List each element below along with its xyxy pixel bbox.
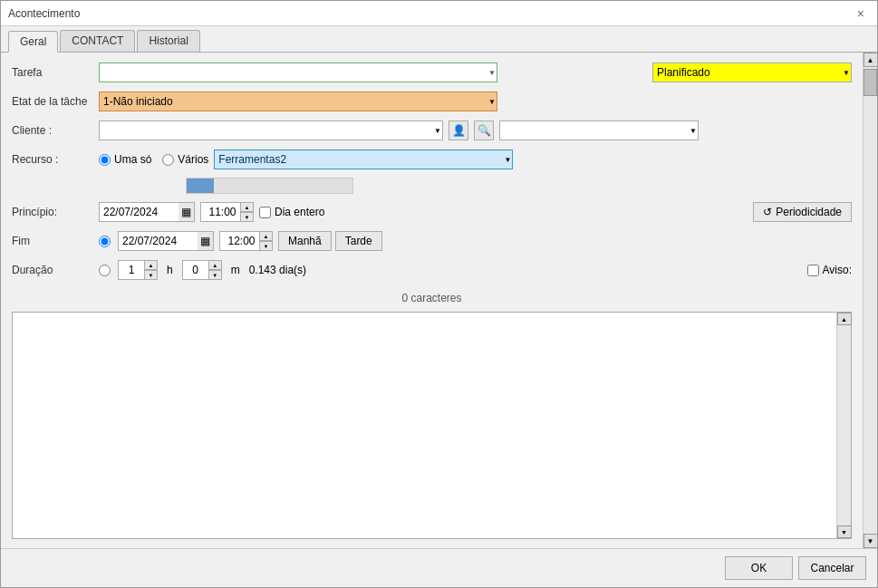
principio-label: Princípio: xyxy=(12,206,93,218)
principio-time-down[interactable]: ▼ xyxy=(241,212,254,222)
duracao-m-label: m xyxy=(231,264,240,276)
planificado-wrapper: Planificado ▼ xyxy=(652,63,852,82)
textarea-scrollbar: ▲ ▼ xyxy=(836,313,851,538)
duracao-m-up[interactable]: ▲ xyxy=(209,260,222,270)
recurso-uma-so-label[interactable]: Uma só xyxy=(99,153,151,166)
main-panel: Tarefa ▼ Planificado ▼ xyxy=(1,53,863,548)
tarefa-row: Tarefa ▼ Planificado ▼ xyxy=(12,62,852,83)
principio-time-input[interactable] xyxy=(200,202,241,222)
recurso-progress-bar xyxy=(186,178,353,194)
fim-calendar-button[interactable]: ▦ xyxy=(198,231,214,251)
periodicidade-section: ↺ Periodicidade xyxy=(753,202,852,222)
principio-date-wrapper: ▦ xyxy=(99,202,195,222)
manha-tarde-section: Manhã Tarde xyxy=(278,231,382,251)
duracao-m-spinners: ▲ ▼ xyxy=(209,260,222,280)
tab-geral[interactable]: Geral xyxy=(8,31,58,53)
duracao-m-spinner: ▲ ▼ xyxy=(182,260,222,280)
fim-row: Fim ▦ ▲ ▼ Manhã Tarde xyxy=(12,230,852,252)
cliente-row: Cliente : ▼ 👤 🔍 ▼ xyxy=(12,120,852,141)
text-area-container: ▲ ▼ xyxy=(12,312,852,539)
tarefa-select[interactable] xyxy=(99,63,497,82)
search-button[interactable]: 🔍 xyxy=(474,120,494,140)
duracao-radio[interactable] xyxy=(99,265,111,276)
fim-radio[interactable] xyxy=(99,236,111,247)
duracao-m-input[interactable] xyxy=(182,260,209,280)
search-icon: 🔍 xyxy=(478,124,491,137)
periodicidade-text: Periodicidade xyxy=(776,206,842,218)
fim-time-up[interactable]: ▲ xyxy=(260,231,273,241)
recurso-select[interactable]: Ferramentas2 xyxy=(214,149,513,169)
planificado-section: Planificado ▼ xyxy=(652,63,852,82)
fim-calendar-icon: ▦ xyxy=(200,235,210,247)
footer: OK Cancelar xyxy=(1,548,877,587)
dia-entero-label[interactable]: Dia entero xyxy=(259,206,324,218)
recurso-varios-label[interactable]: Vários xyxy=(162,153,208,166)
cliente-right-select[interactable] xyxy=(499,120,699,140)
duracao-label: Duração xyxy=(12,264,93,276)
person-button[interactable]: 👤 xyxy=(449,120,468,140)
tarde-button[interactable]: Tarde xyxy=(335,231,382,251)
periodicidade-button[interactable]: ↺ Periodicidade xyxy=(753,202,852,222)
scroll-thumb xyxy=(864,69,877,96)
planificado-select[interactable]: Planificado xyxy=(652,63,852,82)
duracao-m-down[interactable]: ▼ xyxy=(209,270,222,280)
textarea-scroll-track xyxy=(837,325,851,525)
fim-time-down[interactable]: ▼ xyxy=(260,241,273,251)
aviso-section: Aviso: xyxy=(807,264,852,276)
duracao-h-spinner: ▲ ▼ xyxy=(118,260,158,280)
textarea-scroll-down[interactable]: ▼ xyxy=(837,525,852,538)
recurso-progress-container xyxy=(99,178,852,194)
principio-row: Princípio: ▦ ▲ ▼ Dia entero xyxy=(12,201,852,223)
char-counter: 0 caracteres xyxy=(12,292,852,304)
tarefa-dropdown-wrapper: ▼ xyxy=(99,63,497,82)
recurso-varios-radio[interactable] xyxy=(162,154,174,166)
cliente-select[interactable] xyxy=(99,120,443,140)
recurso-label: Recurso : xyxy=(12,153,93,166)
aviso-checkbox[interactable] xyxy=(807,265,819,276)
recurso-varios-text: Vários xyxy=(178,153,208,166)
etat-label: Etat de la tâche xyxy=(12,95,93,108)
aviso-label: Aviso: xyxy=(823,264,852,276)
notes-textarea[interactable] xyxy=(13,313,836,538)
etat-select[interactable]: 1-Não iniciado xyxy=(99,92,497,111)
duracao-row: Duração ▲ ▼ h ▲ ▼ m xyxy=(12,259,852,281)
cliente-label: Cliente : xyxy=(12,124,93,137)
textarea-scroll-up[interactable]: ▲ xyxy=(837,313,852,325)
tab-contact[interactable]: CONTACT xyxy=(60,30,135,52)
recurso-uma-so-text: Uma só xyxy=(114,153,151,166)
calendar-icon: ▦ xyxy=(181,206,191,218)
principio-time-spinners: ▲ ▼ xyxy=(241,202,254,222)
dia-entero-text: Dia entero xyxy=(275,206,324,218)
title-bar: Acontecimento × xyxy=(1,1,877,26)
dia-entero-checkbox[interactable] xyxy=(259,207,271,218)
ok-button[interactable]: OK xyxy=(725,556,793,580)
etat-wrapper: 1-Não iniciado ▼ xyxy=(99,92,497,111)
fim-time-spinner: ▲ ▼ xyxy=(219,231,273,251)
scroll-up-button[interactable]: ▲ xyxy=(864,53,878,67)
recurso-uma-so-radio[interactable] xyxy=(99,154,111,166)
scroll-down-button[interactable]: ▼ xyxy=(864,534,878,548)
fim-date-input[interactable] xyxy=(118,231,198,251)
content-area: Tarefa ▼ Planificado ▼ xyxy=(1,53,877,548)
tab-historial[interactable]: Historial xyxy=(137,30,199,52)
person-icon: 👤 xyxy=(452,124,466,137)
recurso-radio-group: Uma só Vários xyxy=(99,153,208,166)
fim-label: Fim xyxy=(12,235,93,247)
principio-time-up[interactable]: ▲ xyxy=(241,202,254,212)
fim-date-wrapper: ▦ xyxy=(118,231,214,251)
etat-row: Etat de la tâche 1-Não iniciado ▼ xyxy=(12,91,852,112)
manha-button[interactable]: Manhã xyxy=(278,231,332,251)
cliente-right-wrapper: ▼ xyxy=(499,120,699,140)
duracao-h-spinners: ▲ ▼ xyxy=(145,260,158,280)
cancelar-button[interactable]: Cancelar xyxy=(798,556,866,580)
fim-time-input[interactable] xyxy=(219,231,260,251)
duracao-h-input[interactable] xyxy=(118,260,145,280)
scroll-track xyxy=(864,67,877,534)
main-scrollbar: ▲ ▼ xyxy=(863,53,877,548)
refresh-icon: ↺ xyxy=(763,206,772,218)
duracao-h-down[interactable]: ▼ xyxy=(145,270,158,280)
principio-date-input[interactable] xyxy=(99,202,178,222)
close-button[interactable]: × xyxy=(852,5,870,23)
duracao-h-up[interactable]: ▲ xyxy=(145,260,158,270)
principio-calendar-button[interactable]: ▦ xyxy=(178,202,195,222)
